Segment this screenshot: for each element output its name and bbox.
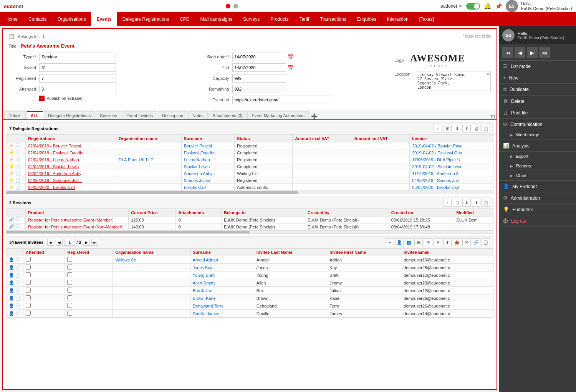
nav-enquiries[interactable]: Enquiries bbox=[352, 12, 382, 26]
registered-checkbox[interactable] bbox=[67, 265, 72, 270]
tab-all[interactable]: ALL bbox=[26, 111, 43, 119]
attended-input[interactable] bbox=[39, 85, 116, 93]
surname-cell[interactable]: Box Julian bbox=[190, 287, 254, 294]
col-registered[interactable]: Registered bbox=[65, 249, 113, 256]
delegate-hscroll[interactable] bbox=[6, 191, 493, 194]
attended-cell[interactable] bbox=[23, 287, 65, 294]
doc-icon[interactable]: 📄 bbox=[15, 178, 21, 183]
nav-cpd[interactable]: CPD bbox=[174, 12, 195, 26]
lightning-icon[interactable]: ⚡ bbox=[9, 164, 14, 169]
sidebar-administration[interactable]: ⚙ Administration bbox=[499, 192, 576, 204]
doc-icon[interactable]: 📄 bbox=[15, 288, 21, 293]
registered-checkbox[interactable] bbox=[67, 303, 72, 308]
invitee-upload-btn[interactable]: ⬆ bbox=[443, 238, 452, 246]
person-icon[interactable]: 👤 bbox=[9, 311, 14, 316]
sidebar-chart[interactable]: ▶ Chart bbox=[499, 171, 576, 180]
invoice-cell[interactable]: 04/06/2019 - Simons Juli bbox=[410, 177, 493, 184]
org-cell[interactable] bbox=[113, 271, 190, 279]
publish-checkbox[interactable] bbox=[39, 96, 45, 101]
org-cell[interactable] bbox=[113, 279, 190, 287]
org-cell[interactable] bbox=[113, 294, 190, 302]
end-input[interactable] bbox=[232, 63, 286, 72]
org-cell[interactable] bbox=[113, 310, 190, 318]
surname-cell[interactable]: Brooks Carl bbox=[181, 184, 234, 191]
remaining-input[interactable] bbox=[232, 85, 286, 93]
org-cell[interactable] bbox=[116, 163, 182, 170]
invitee-email-btn[interactable]: ✉ bbox=[462, 238, 471, 246]
sidebar-delete[interactable]: 🗑 Delete bbox=[499, 96, 576, 107]
product-cell[interactable]: Register for Pete's Awesome Event (Non-M… bbox=[26, 223, 129, 230]
col-created-by[interactable]: Created by bbox=[305, 209, 389, 217]
doc-icon[interactable]: 📄 bbox=[15, 185, 21, 190]
col-attended[interactable]: Attended bbox=[23, 249, 65, 256]
registered-cell[interactable] bbox=[65, 271, 113, 279]
surname-cell[interactable]: Young Brett bbox=[190, 271, 254, 279]
col-invoice[interactable]: Invoice bbox=[410, 135, 493, 142]
registered-cell[interactable] bbox=[65, 264, 113, 271]
sidebar-print[interactable]: 🖨 Print file bbox=[499, 107, 576, 119]
doc-icon[interactable]: 📄 bbox=[15, 303, 21, 308]
tab-notes[interactable]: Notes bbox=[188, 111, 208, 119]
notification-icon[interactable]: 🔔 bbox=[484, 2, 492, 10]
reg-cell[interactable]: 02/04/2019 - Esslassi Ouadie bbox=[26, 149, 116, 156]
registered-input[interactable] bbox=[39, 74, 116, 83]
invoice-cell[interactable]: 05/03/2020 - Brooks Carl bbox=[410, 184, 493, 191]
lightning-icon[interactable]: ⚡ bbox=[9, 150, 14, 155]
tab-delegate-reg[interactable]: Delegate Registrations bbox=[44, 111, 95, 119]
attended-checkbox[interactable] bbox=[26, 280, 31, 285]
delegate-upload-btn[interactable]: ⬆ bbox=[462, 125, 471, 132]
attended-checkbox[interactable] bbox=[26, 303, 31, 308]
registered-cell[interactable] bbox=[65, 310, 113, 318]
sidebar-my-eudonet[interactable]: 👤 My Eudonet bbox=[499, 181, 576, 192]
doc-icon[interactable]: 📄 bbox=[15, 150, 21, 155]
expand-icon[interactable]: ⊡ bbox=[491, 114, 495, 119]
delegate-download-btn[interactable]: ⬇ bbox=[453, 125, 461, 132]
add-delegate-btn[interactable]: + bbox=[434, 125, 442, 132]
sidebar-list-mode[interactable]: ☰ List mode bbox=[499, 61, 576, 72]
nav-first-btn[interactable]: ⏮ bbox=[502, 47, 513, 58]
tab-add-icon[interactable]: ➕ bbox=[311, 113, 318, 119]
doc-icon[interactable]: 📄 bbox=[15, 164, 21, 169]
col-incl-vat[interactable]: Amount incl VAT bbox=[352, 135, 410, 142]
nav-transactions[interactable]: Transactions bbox=[314, 12, 351, 26]
col-org[interactable]: Organisation name bbox=[116, 135, 182, 142]
surname-cell[interactable]: Arnold Adrian bbox=[190, 256, 254, 264]
org-cell[interactable] bbox=[116, 184, 182, 191]
lightning-icon[interactable]: ⚡ bbox=[9, 185, 14, 190]
org-cell[interactable] bbox=[113, 302, 190, 310]
invoice-cell[interactable]: 17/06/2019 - DLA Piper U bbox=[410, 156, 493, 163]
reg-cell[interactable]: 02/04/2019 - Sinclair Lewis bbox=[26, 163, 116, 170]
org-cell[interactable] bbox=[116, 142, 182, 149]
person-icon[interactable]: 👤 bbox=[9, 288, 14, 293]
nav-delegate-registrations[interactable]: Delegate Registrations bbox=[117, 12, 174, 26]
capacity-input[interactable] bbox=[232, 74, 286, 83]
page-last-btn[interactable]: ⏭ bbox=[91, 239, 98, 246]
toggle-switch[interactable] bbox=[466, 3, 480, 10]
surname-cell[interactable]: Lucas Nathan bbox=[181, 156, 234, 163]
attended-checkbox[interactable] bbox=[26, 311, 31, 316]
start-date-input[interactable] bbox=[232, 53, 286, 61]
tab-details[interactable]: Details bbox=[4, 111, 26, 119]
nav-last-btn[interactable]: ⏭ bbox=[539, 47, 550, 58]
lightning-icon[interactable]: ⚡ bbox=[9, 143, 14, 148]
doc-icon[interactable]: 📄 bbox=[15, 265, 21, 270]
nav-prev-btn[interactable]: ◀ bbox=[515, 47, 525, 58]
sidebar-logout[interactable]: ⏻ Log out bbox=[499, 215, 576, 227]
surname-cell[interactable]: Dehavland Terry bbox=[190, 302, 254, 310]
col-product[interactable]: Product bbox=[26, 209, 129, 217]
surname-cell[interactable]: Allen Jimmy bbox=[190, 279, 254, 287]
registered-checkbox[interactable] bbox=[67, 257, 72, 262]
org-cell[interactable] bbox=[116, 149, 182, 156]
col-inv-org[interactable]: Organisation name bbox=[113, 249, 190, 256]
doc-icon[interactable]: 📄 bbox=[15, 171, 21, 176]
nav-products[interactable]: Products bbox=[265, 12, 294, 26]
event-title-link[interactable]: Pete's Awesome Event bbox=[21, 43, 74, 49]
lightning-icon[interactable]: ⚡ bbox=[9, 171, 14, 176]
reg-cell[interactable]: 02/04/2019 - Bouvier Pascal bbox=[26, 142, 116, 149]
reg-cell[interactable]: 02/04/2019 - Lucas Nathan bbox=[26, 156, 116, 163]
session-download-btn[interactable]: ⬇ bbox=[462, 199, 471, 207]
registered-cell[interactable] bbox=[65, 302, 113, 310]
surname-cell[interactable]: Simons Julian bbox=[181, 177, 234, 184]
sidebar-word-merge[interactable]: ▶ Word merge bbox=[499, 130, 576, 140]
product-cell[interactable]: Register for Pete's Awesome Event (Membe… bbox=[26, 217, 129, 223]
